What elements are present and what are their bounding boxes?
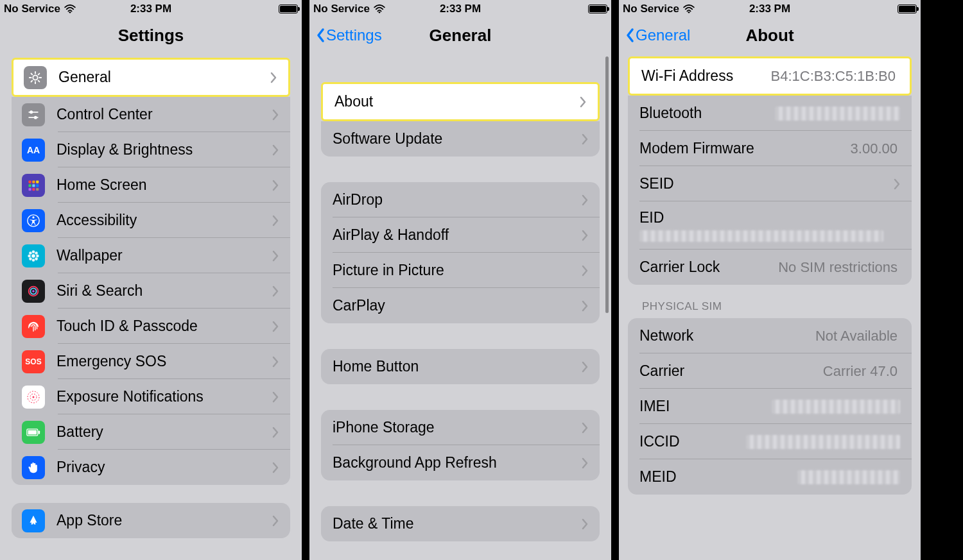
svg-point-28 bbox=[32, 290, 35, 293]
back-label: General bbox=[636, 26, 690, 44]
settings-row-sos[interactable]: SOS Emergency SOS bbox=[12, 344, 290, 379]
settings-row-touchid[interactable]: Touch ID & Passcode bbox=[12, 309, 290, 344]
chevron-right-icon bbox=[272, 109, 279, 121]
about-row-network[interactable]: NetworkNot Available bbox=[628, 318, 912, 353]
sliders-icon bbox=[22, 103, 45, 126]
clock: 2:33 PM bbox=[412, 3, 510, 15]
chevron-right-icon bbox=[580, 96, 586, 108]
settings-row-control-center[interactable]: Control Center bbox=[12, 97, 290, 132]
settings-row-privacy[interactable]: Privacy bbox=[12, 450, 290, 485]
nav-bar: Settings General bbox=[309, 18, 611, 53]
row-label: Accessibility bbox=[56, 212, 272, 229]
about-row-carrier[interactable]: CarrierCarrier 47.0 bbox=[628, 353, 912, 389]
general-row-background-refresh[interactable]: Background App Refresh bbox=[321, 445, 600, 480]
general-screen: No Service 2:33 PM Settings General Abou… bbox=[309, 0, 619, 560]
svg-point-31 bbox=[33, 396, 35, 398]
chevron-right-icon bbox=[894, 178, 900, 190]
redacted-value bbox=[775, 106, 900, 121]
text-size-icon: AA bbox=[22, 139, 45, 162]
row-label: Battery bbox=[56, 423, 272, 441]
about-row-modem[interactable]: Modem Firmware 3.00.00 bbox=[628, 131, 912, 166]
row-label: Bluetooth bbox=[639, 105, 775, 122]
chevron-right-icon bbox=[272, 427, 279, 438]
settings-row-general-highlight: General bbox=[12, 58, 290, 97]
wifi-icon bbox=[64, 4, 76, 13]
row-value: No SIM restrictions bbox=[778, 259, 898, 276]
scrollbar[interactable] bbox=[605, 56, 609, 313]
row-label: Background App Refresh bbox=[333, 454, 582, 471]
clock: 2:33 PM bbox=[102, 3, 200, 15]
settings-row-battery[interactable]: Battery bbox=[12, 414, 290, 450]
nav-bar: Settings bbox=[0, 18, 302, 53]
about-row-wifi[interactable]: Wi-Fi Address B4:1C:B3:C5:1B:B0 bbox=[630, 58, 910, 94]
general-row-airplay[interactable]: AirPlay & Handoff bbox=[321, 217, 600, 253]
svg-point-22 bbox=[29, 251, 32, 255]
row-label: SEID bbox=[639, 175, 894, 192]
back-label: Settings bbox=[326, 26, 382, 44]
about-row-eid[interactable]: EID bbox=[628, 201, 912, 250]
row-label: CarPlay bbox=[333, 297, 582, 314]
about-row-imei[interactable]: IMEI bbox=[628, 389, 912, 424]
settings-row-home-screen[interactable]: Home Screen bbox=[12, 167, 290, 203]
svg-rect-33 bbox=[28, 430, 37, 434]
svg-point-21 bbox=[36, 254, 39, 257]
chevron-right-icon bbox=[272, 462, 279, 473]
general-row-about[interactable]: About bbox=[323, 84, 598, 119]
row-label: Display & Brightness bbox=[56, 141, 272, 158]
chevron-right-icon bbox=[582, 422, 588, 434]
general-row-pip[interactable]: Picture in Picture bbox=[321, 253, 600, 288]
general-row-carplay[interactable]: CarPlay bbox=[321, 288, 600, 323]
about-row-meid[interactable]: MEID bbox=[628, 459, 912, 495]
row-label: Carrier Lock bbox=[639, 259, 778, 276]
settings-row-accessibility[interactable]: Accessibility bbox=[12, 203, 290, 238]
row-label: AirDrop bbox=[333, 191, 582, 208]
gear-icon bbox=[24, 66, 47, 89]
about-row-bluetooth[interactable]: Bluetooth bbox=[628, 96, 912, 131]
general-row-home-button[interactable]: Home Button bbox=[321, 349, 600, 384]
general-row-storage[interactable]: iPhone Storage bbox=[321, 410, 600, 445]
svg-point-18 bbox=[32, 250, 35, 253]
chevron-right-icon bbox=[272, 321, 279, 332]
row-label: Home Screen bbox=[56, 176, 272, 194]
back-button[interactable]: Settings bbox=[316, 26, 382, 44]
row-label: ICCID bbox=[639, 433, 746, 450]
wifi-icon bbox=[683, 4, 695, 13]
general-row-date-time[interactable]: Date & Time bbox=[321, 506, 600, 541]
about-row-carrier-lock[interactable]: Carrier Lock No SIM restrictions bbox=[628, 250, 912, 285]
chevron-right-icon bbox=[270, 72, 277, 83]
row-label: Picture in Picture bbox=[333, 262, 582, 279]
row-label: App Store bbox=[56, 512, 272, 529]
svg-point-35 bbox=[379, 12, 381, 13]
about-row-seid[interactable]: SEID bbox=[628, 166, 912, 201]
nav-bar: General About bbox=[619, 18, 921, 53]
general-row-airdrop[interactable]: AirDrop bbox=[321, 182, 600, 217]
settings-row-exposure[interactable]: Exposure Notifications bbox=[12, 379, 290, 414]
row-label: AirPlay & Handoff bbox=[333, 226, 582, 244]
row-label: Privacy bbox=[56, 459, 272, 476]
back-button[interactable]: General bbox=[625, 26, 690, 44]
chevron-right-icon bbox=[582, 361, 588, 373]
row-value: Not Available bbox=[815, 328, 898, 344]
row-value: Carrier 47.0 bbox=[823, 363, 898, 380]
general-row-software-update[interactable]: Software Update bbox=[321, 121, 600, 157]
settings-row-general[interactable]: General bbox=[13, 60, 288, 95]
about-row-iccid[interactable]: ICCID bbox=[628, 424, 912, 459]
settings-row-appstore[interactable]: App Store bbox=[12, 503, 290, 538]
chevron-right-icon bbox=[272, 391, 279, 403]
carrier-text: No Service bbox=[4, 3, 60, 15]
apps-grid-icon bbox=[22, 174, 45, 197]
row-label: Modem Firmware bbox=[639, 140, 851, 157]
page-title: Settings bbox=[0, 26, 302, 46]
row-label: Siri & Search bbox=[56, 282, 272, 300]
hand-icon bbox=[22, 456, 45, 479]
chevron-right-icon bbox=[582, 300, 588, 312]
chevron-left-icon bbox=[625, 28, 634, 43]
settings-row-display[interactable]: AA Display & Brightness bbox=[12, 132, 290, 167]
chevron-right-icon bbox=[272, 285, 279, 297]
chevron-right-icon bbox=[582, 133, 588, 145]
svg-point-1 bbox=[33, 75, 37, 80]
settings-row-siri[interactable]: Siri & Search bbox=[12, 273, 290, 309]
chevron-right-icon bbox=[272, 180, 279, 191]
row-label: MEID bbox=[639, 468, 797, 486]
settings-row-wallpaper[interactable]: Wallpaper bbox=[12, 238, 290, 273]
